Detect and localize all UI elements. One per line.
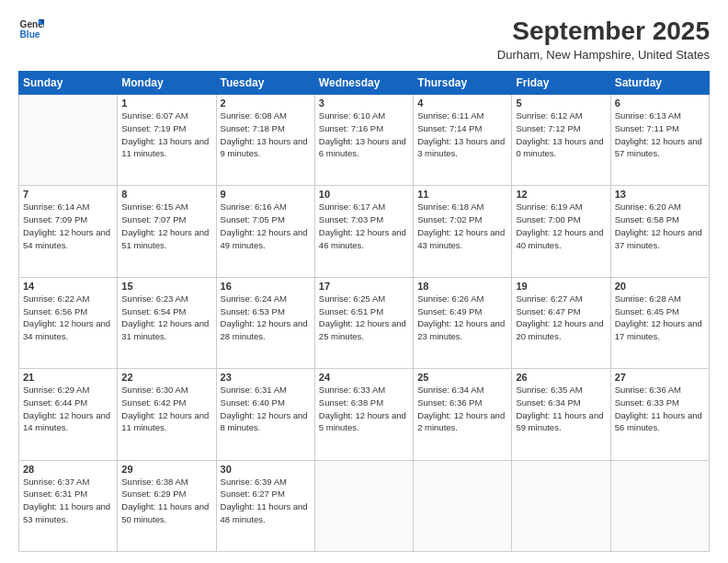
sunset-text: Sunset: 6:56 PM — [23, 305, 113, 318]
sunset-text: Sunset: 6:40 PM — [221, 396, 311, 409]
calendar-cell: 16 Sunrise: 6:24 AM Sunset: 6:53 PM Dayl… — [216, 277, 314, 368]
sunrise-text: Sunrise: 6:14 AM — [23, 201, 113, 213]
daylight-text: Daylight: 12 hours and 14 minutes. — [23, 409, 113, 435]
sunrise-text: Sunrise: 6:33 AM — [319, 384, 409, 396]
daylight-text: Daylight: 12 hours and 17 minutes. — [615, 317, 705, 343]
sun-info: Sunrise: 6:36 AM Sunset: 6:33 PM Dayligh… — [615, 384, 705, 434]
calendar-cell: 1 Sunrise: 6:07 AM Sunset: 7:19 PM Dayli… — [118, 95, 216, 186]
sunrise-text: Sunrise: 6:28 AM — [615, 293, 705, 305]
sunrise-text: Sunrise: 6:13 AM — [615, 109, 705, 122]
day-number: 11 — [417, 189, 507, 200]
sun-info: Sunrise: 6:23 AM Sunset: 6:54 PM Dayligh… — [121, 293, 211, 343]
title-block: September 2025 Durham, New Hampshire, Un… — [497, 17, 710, 62]
sun-info: Sunrise: 6:12 AM Sunset: 7:12 PM Dayligh… — [516, 109, 606, 160]
col-saturday: Saturday — [610, 72, 709, 95]
sun-info: Sunrise: 6:30 AM Sunset: 6:42 PM Dayligh… — [121, 384, 211, 434]
day-number: 16 — [221, 281, 311, 292]
day-number: 17 — [319, 281, 409, 292]
calendar-cell — [414, 460, 512, 551]
day-number: 28 — [23, 464, 113, 475]
calendar-week-row: 28 Sunrise: 6:37 AM Sunset: 6:31 PM Dayl… — [19, 460, 710, 551]
daylight-text: Daylight: 12 hours and 46 minutes. — [319, 226, 409, 252]
daylight-text: Daylight: 11 hours and 59 minutes. — [516, 409, 606, 435]
sun-info: Sunrise: 6:20 AM Sunset: 6:58 PM Dayligh… — [615, 201, 705, 251]
calendar-cell: 27 Sunrise: 6:36 AM Sunset: 6:33 PM Dayl… — [610, 369, 709, 460]
sunset-text: Sunset: 7:12 PM — [516, 122, 606, 135]
calendar-cell: 18 Sunrise: 6:26 AM Sunset: 6:49 PM Dayl… — [414, 277, 512, 368]
sun-info: Sunrise: 6:13 AM Sunset: 7:11 PM Dayligh… — [615, 109, 705, 160]
sunrise-text: Sunrise: 6:18 AM — [417, 201, 507, 213]
sunset-text: Sunset: 7:00 PM — [516, 213, 606, 226]
sunrise-text: Sunrise: 6:38 AM — [121, 476, 211, 488]
day-number: 4 — [417, 98, 507, 109]
sun-info: Sunrise: 6:34 AM Sunset: 6:36 PM Dayligh… — [417, 384, 507, 434]
location: Durham, New Hampshire, United States — [497, 48, 710, 62]
sunrise-text: Sunrise: 6:31 AM — [221, 384, 311, 396]
col-sunday: Sunday — [19, 72, 118, 95]
sun-info: Sunrise: 6:28 AM Sunset: 6:45 PM Dayligh… — [615, 293, 705, 343]
sun-info: Sunrise: 6:27 AM Sunset: 6:47 PM Dayligh… — [516, 293, 606, 343]
sunset-text: Sunset: 6:31 PM — [23, 488, 113, 500]
day-number: 18 — [417, 281, 507, 292]
sun-info: Sunrise: 6:15 AM Sunset: 7:07 PM Dayligh… — [121, 201, 211, 251]
daylight-text: Daylight: 12 hours and 23 minutes. — [417, 317, 507, 343]
calendar-cell: 5 Sunrise: 6:12 AM Sunset: 7:12 PM Dayli… — [512, 95, 610, 186]
daylight-text: Daylight: 11 hours and 48 minutes. — [221, 500, 311, 526]
calendar-cell: 14 Sunrise: 6:22 AM Sunset: 6:56 PM Dayl… — [19, 277, 118, 368]
sun-info: Sunrise: 6:39 AM Sunset: 6:27 PM Dayligh… — [221, 476, 311, 526]
sun-info: Sunrise: 6:16 AM Sunset: 7:05 PM Dayligh… — [221, 201, 311, 251]
sun-info: Sunrise: 6:07 AM Sunset: 7:19 PM Dayligh… — [121, 109, 211, 160]
sunrise-text: Sunrise: 6:23 AM — [121, 293, 211, 305]
calendar-week-row: 1 Sunrise: 6:07 AM Sunset: 7:19 PM Dayli… — [19, 95, 710, 186]
calendar-cell — [610, 460, 709, 551]
sun-info: Sunrise: 6:26 AM Sunset: 6:49 PM Dayligh… — [417, 293, 507, 343]
sunrise-text: Sunrise: 6:10 AM — [319, 109, 409, 122]
daylight-text: Daylight: 12 hours and 31 minutes. — [121, 317, 211, 343]
sunset-text: Sunset: 6:36 PM — [417, 396, 507, 409]
sun-info: Sunrise: 6:24 AM Sunset: 6:53 PM Dayligh… — [221, 293, 311, 343]
calendar-week-row: 14 Sunrise: 6:22 AM Sunset: 6:56 PM Dayl… — [19, 277, 710, 368]
sunset-text: Sunset: 7:03 PM — [319, 213, 409, 226]
col-monday: Monday — [118, 72, 216, 95]
sun-info: Sunrise: 6:31 AM Sunset: 6:40 PM Dayligh… — [221, 384, 311, 434]
calendar-week-row: 7 Sunrise: 6:14 AM Sunset: 7:09 PM Dayli… — [19, 186, 710, 277]
calendar-cell: 3 Sunrise: 6:10 AM Sunset: 7:16 PM Dayli… — [314, 95, 413, 186]
sun-info: Sunrise: 6:17 AM Sunset: 7:03 PM Dayligh… — [319, 201, 409, 251]
daylight-text: Daylight: 12 hours and 20 minutes. — [516, 317, 606, 343]
sunrise-text: Sunrise: 6:11 AM — [417, 109, 507, 122]
day-number: 5 — [516, 98, 606, 109]
sun-info: Sunrise: 6:37 AM Sunset: 6:31 PM Dayligh… — [23, 476, 113, 526]
sunset-text: Sunset: 7:05 PM — [221, 213, 311, 226]
calendar-cell: 2 Sunrise: 6:08 AM Sunset: 7:18 PM Dayli… — [216, 95, 314, 186]
day-number: 10 — [319, 189, 409, 200]
sun-info: Sunrise: 6:25 AM Sunset: 6:51 PM Dayligh… — [319, 293, 409, 343]
day-number: 29 — [121, 464, 211, 475]
calendar-cell — [314, 460, 413, 551]
sunset-text: Sunset: 7:02 PM — [417, 213, 507, 226]
day-number: 3 — [319, 98, 409, 109]
sunrise-text: Sunrise: 6:29 AM — [23, 384, 113, 396]
day-number: 2 — [221, 98, 311, 109]
calendar-cell: 23 Sunrise: 6:31 AM Sunset: 6:40 PM Dayl… — [216, 369, 314, 460]
calendar-cell — [19, 95, 118, 186]
calendar-cell: 19 Sunrise: 6:27 AM Sunset: 6:47 PM Dayl… — [512, 277, 610, 368]
calendar-cell: 15 Sunrise: 6:23 AM Sunset: 6:54 PM Dayl… — [118, 277, 216, 368]
sunset-text: Sunset: 6:51 PM — [319, 305, 409, 318]
day-number: 8 — [121, 189, 211, 200]
day-number: 25 — [417, 372, 507, 383]
daylight-text: Daylight: 12 hours and 43 minutes. — [417, 226, 507, 252]
calendar-cell — [512, 460, 610, 551]
sunrise-text: Sunrise: 6:25 AM — [319, 293, 409, 305]
daylight-text: Daylight: 13 hours and 0 minutes. — [516, 135, 606, 161]
page: General Blue September 2025 Durham, New … — [0, 0, 728, 563]
day-number: 12 — [516, 189, 606, 200]
calendar-cell: 20 Sunrise: 6:28 AM Sunset: 6:45 PM Dayl… — [610, 277, 709, 368]
sun-info: Sunrise: 6:19 AM Sunset: 7:00 PM Dayligh… — [516, 201, 606, 251]
sunset-text: Sunset: 6:45 PM — [615, 305, 705, 318]
col-thursday: Thursday — [414, 72, 512, 95]
daylight-text: Daylight: 11 hours and 50 minutes. — [121, 500, 211, 526]
daylight-text: Daylight: 12 hours and 5 minutes. — [319, 409, 409, 435]
sunrise-text: Sunrise: 6:27 AM — [516, 293, 606, 305]
daylight-text: Daylight: 13 hours and 11 minutes. — [121, 135, 211, 161]
calendar-cell: 30 Sunrise: 6:39 AM Sunset: 6:27 PM Dayl… — [216, 460, 314, 551]
